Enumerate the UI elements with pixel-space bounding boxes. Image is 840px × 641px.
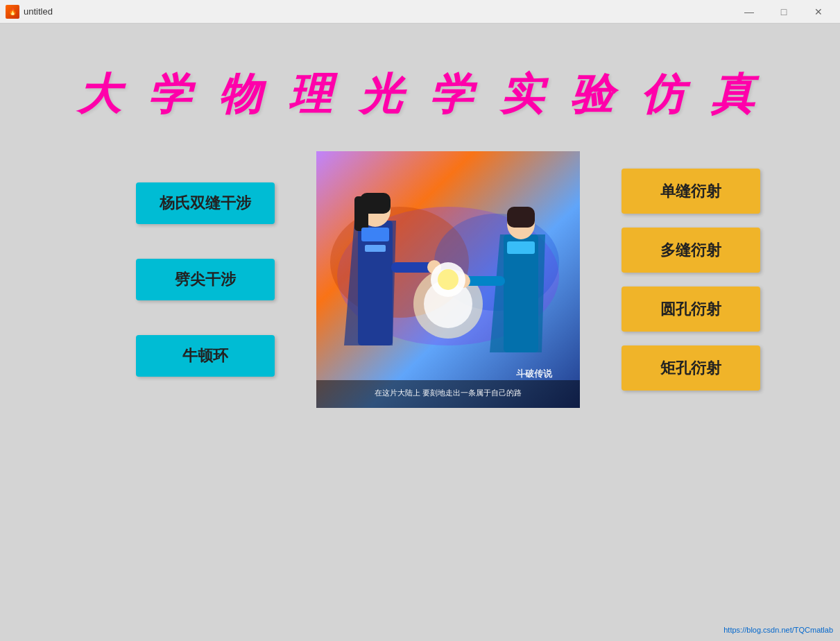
window-title: untitled bbox=[24, 6, 53, 17]
window-controls: — □ ✕ bbox=[733, 1, 834, 23]
svg-rect-10 bbox=[354, 196, 368, 231]
svg-text:在这片大陆上 要刻地走出一条属于自己的路: 在这片大陆上 要刻地走出一条属于自己的路 bbox=[374, 388, 521, 397]
multi-slit-button[interactable]: 多缝衍射 bbox=[622, 228, 760, 273]
left-buttons: 杨氏双缝干涉 劈尖干涉 牛顿环 bbox=[136, 182, 275, 377]
close-button[interactable]: ✕ bbox=[803, 1, 834, 23]
minimize-button[interactable]: — bbox=[733, 1, 765, 23]
yang-double-slit-button[interactable]: 杨氏双缝干涉 bbox=[136, 182, 275, 224]
title-bar-left: 🔥 untitled bbox=[6, 5, 53, 19]
newton-rings-button[interactable]: 牛顿环 bbox=[136, 335, 275, 377]
center-image: 在这片大陆上 要刻地走出一条属于自己的路 斗破传说 bbox=[316, 151, 580, 408]
svg-point-23 bbox=[438, 269, 458, 290]
maximize-button[interactable]: □ bbox=[768, 1, 800, 23]
bottom-watermark: https://blog.csdn.net/TQCmatlab bbox=[723, 626, 833, 634]
middle-section: 杨氏双缝干涉 劈尖干涉 牛顿环 bbox=[0, 151, 840, 408]
tip-interference-button[interactable]: 劈尖干涉 bbox=[136, 259, 275, 300]
main-content: 大 学 物 理 光 学 实 验 仿 真 杨氏双缝干涉 劈尖干涉 牛顿环 bbox=[0, 24, 840, 641]
svg-text:斗破传说: 斗破传说 bbox=[516, 368, 553, 379]
rectangular-aperture-button[interactable]: 矩孔衍射 bbox=[622, 345, 760, 391]
single-slit-button[interactable]: 单缝衍射 bbox=[622, 169, 760, 214]
center-illustration: 在这片大陆上 要刻地走出一条属于自己的路 斗破传说 bbox=[316, 151, 580, 408]
page-title: 大 学 物 理 光 学 实 验 仿 真 bbox=[78, 65, 763, 123]
app-icon: 🔥 bbox=[6, 5, 19, 19]
svg-rect-13 bbox=[361, 228, 389, 241]
svg-rect-18 bbox=[507, 207, 535, 228]
svg-rect-11 bbox=[391, 262, 433, 273]
svg-rect-21 bbox=[507, 241, 535, 254]
circular-aperture-button[interactable]: 圆孔衍射 bbox=[622, 287, 760, 332]
right-buttons: 单缝衍射 多缝衍射 圆孔衍射 矩孔衍射 bbox=[622, 169, 760, 391]
title-bar: 🔥 untitled — □ ✕ bbox=[0, 0, 840, 24]
svg-rect-14 bbox=[365, 245, 386, 252]
